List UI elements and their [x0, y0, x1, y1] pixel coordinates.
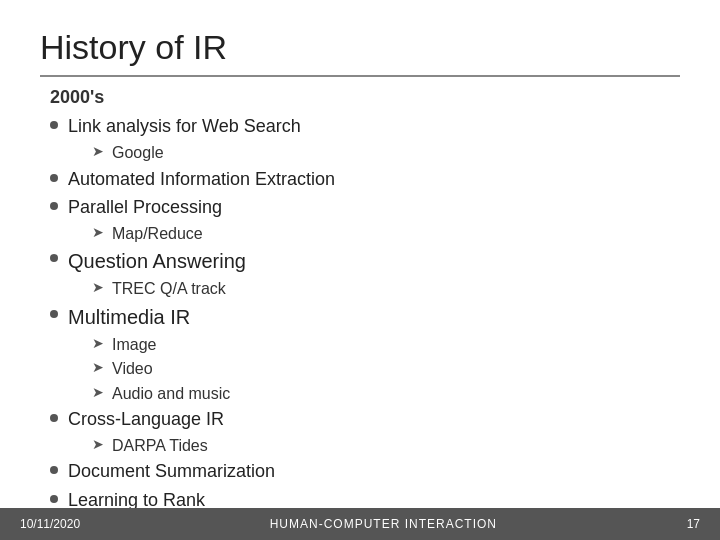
sub-text: Map/Reduce — [112, 223, 203, 245]
sub-text: Video — [112, 358, 153, 380]
bullet-item: Multimedia IR — [50, 303, 680, 331]
sub-text: Image — [112, 334, 156, 356]
sub-arrow-icon: ➤ — [92, 143, 104, 159]
bullets-container: Link analysis for Web Search➤GoogleAutom… — [50, 114, 680, 513]
bullet-text: Parallel Processing — [68, 195, 222, 220]
footer-page: 17 — [687, 517, 700, 531]
bullet-dot — [50, 174, 58, 182]
sub-item: ➤DARPA Tides — [92, 435, 680, 457]
bullet-item: Cross-Language IR — [50, 407, 680, 432]
sub-item: ➤TREC Q/A track — [92, 278, 680, 300]
bullet-text: Document Summarization — [68, 459, 275, 484]
bullet-item: Parallel Processing — [50, 195, 680, 220]
bullet-group: Document Summarization — [50, 459, 680, 484]
sub-arrow-icon: ➤ — [92, 279, 104, 295]
bullet-group: Question Answering➤TREC Q/A track — [50, 247, 680, 300]
bullet-text: Cross-Language IR — [68, 407, 224, 432]
footer: 10/11/2020 HUMAN-COMPUTER INTERACTION 17 — [0, 508, 720, 540]
title-divider — [40, 75, 680, 77]
sub-text: DARPA Tides — [112, 435, 208, 457]
section-heading: 2000's — [50, 87, 680, 108]
sub-item: ➤Audio and music — [92, 383, 680, 405]
sub-item: ➤Map/Reduce — [92, 223, 680, 245]
bullet-dot — [50, 121, 58, 129]
bullet-dot — [50, 495, 58, 503]
bullet-group: Parallel Processing➤Map/Reduce — [50, 195, 680, 246]
sub-arrow-icon: ➤ — [92, 359, 104, 375]
sub-text: Google — [112, 142, 164, 164]
sub-arrow-icon: ➤ — [92, 384, 104, 400]
bullet-dot — [50, 254, 58, 262]
bullet-text: Multimedia IR — [68, 303, 190, 331]
sub-text: TREC Q/A track — [112, 278, 226, 300]
bullet-item: Link analysis for Web Search — [50, 114, 680, 139]
bullet-group: Link analysis for Web Search➤Google — [50, 114, 680, 165]
content-area: 2000's Link analysis for Web Search➤Goog… — [40, 87, 680, 513]
slide: History of IR 2000's Link analysis for W… — [0, 0, 720, 540]
slide-title: History of IR — [40, 28, 680, 67]
sub-arrow-icon: ➤ — [92, 335, 104, 351]
bullet-text: Link analysis for Web Search — [68, 114, 301, 139]
sub-arrow-icon: ➤ — [92, 224, 104, 240]
bullet-dot — [50, 310, 58, 318]
bullet-text: Question Answering — [68, 247, 246, 275]
bullet-dot — [50, 466, 58, 474]
footer-date: 10/11/2020 — [20, 517, 80, 531]
bullet-group: Multimedia IR➤Image➤Video➤Audio and musi… — [50, 303, 680, 405]
sub-arrow-icon: ➤ — [92, 436, 104, 452]
bullet-text: Automated Information Extraction — [68, 167, 335, 192]
bullet-item: Document Summarization — [50, 459, 680, 484]
bullet-group: Cross-Language IR➤DARPA Tides — [50, 407, 680, 458]
sub-text: Audio and music — [112, 383, 230, 405]
sub-item: ➤Google — [92, 142, 680, 164]
footer-course: HUMAN-COMPUTER INTERACTION — [270, 517, 497, 531]
bullet-dot — [50, 202, 58, 210]
bullet-item: Question Answering — [50, 247, 680, 275]
sub-item: ➤Video — [92, 358, 680, 380]
sub-item: ➤Image — [92, 334, 680, 356]
bullet-item: Automated Information Extraction — [50, 167, 680, 192]
bullet-group: Automated Information Extraction — [50, 167, 680, 192]
bullet-dot — [50, 414, 58, 422]
